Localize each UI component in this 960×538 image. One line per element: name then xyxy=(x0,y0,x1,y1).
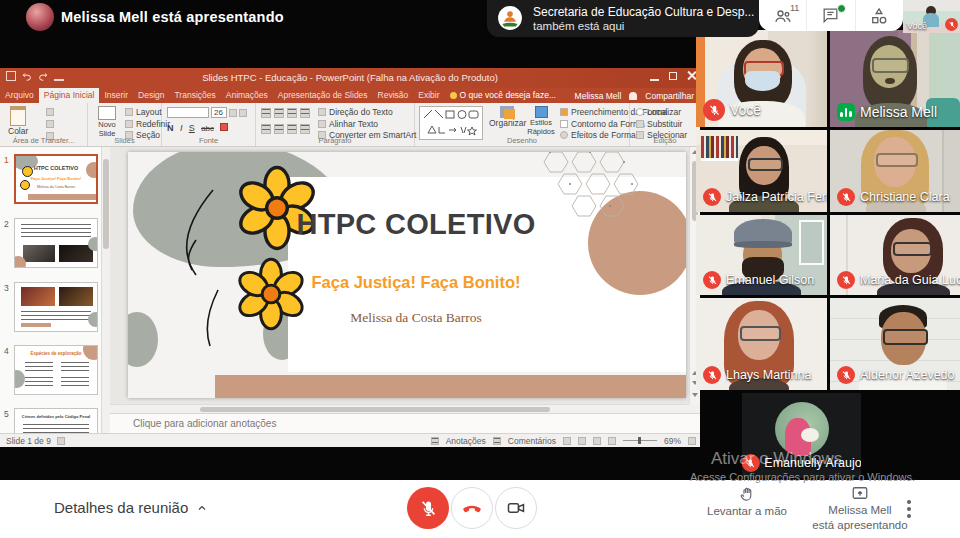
participant-name: Melissa Mell xyxy=(860,104,937,120)
tab-revisao[interactable]: Revisão xyxy=(373,88,414,103)
meet-window: Melissa Mell está apresentando Slides HT… xyxy=(0,0,960,538)
more-options-button[interactable] xyxy=(900,497,918,521)
align-left-icon[interactable] xyxy=(261,124,271,134)
fit-to-window-icon[interactable] xyxy=(688,437,696,445)
windows-activation-watermark-line2: Acesse Configurações para ativar o Windo… xyxy=(690,471,915,483)
window-controls[interactable] xyxy=(650,71,696,81)
text-direction-button[interactable]: Direção do Texto xyxy=(318,107,416,117)
secretaria-logo-icon xyxy=(497,5,523,31)
paste-button[interactable]: Colar xyxy=(8,106,28,136)
share-button[interactable]: Compartilhar xyxy=(645,91,694,101)
comments-toggle[interactable]: Comentários xyxy=(508,436,556,446)
font-size-input[interactable]: 26 xyxy=(211,107,227,118)
new-slide-button[interactable]: Novo Slide xyxy=(90,106,124,138)
cut-icon[interactable] xyxy=(46,108,54,116)
bullets-icon[interactable] xyxy=(261,108,271,118)
font-color-icon[interactable] xyxy=(220,123,228,131)
zoom-level[interactable]: 69% xyxy=(664,436,681,446)
normal-view-icon[interactable] xyxy=(563,437,571,445)
participant-tile-maria[interactable]: Maria da Guia Luce... xyxy=(830,215,960,295)
group-paragraph: Direção do Texto Alinhar Texto Converter… xyxy=(256,103,415,146)
group-clipboard: Colar Área de Transfer... xyxy=(0,103,88,146)
reading-view-icon[interactable] xyxy=(593,437,601,445)
slide-thumbnail-5[interactable]: Crimes definidos pelo Código Penal xyxy=(14,408,98,433)
notes-pane[interactable]: Clique para adicionar anotações xyxy=(110,413,700,433)
slide-thumbnail-1[interactable]: HTPC COLETIVO Faça Justiça! Faça Bonito!… xyxy=(14,154,98,204)
restore-icon[interactable] xyxy=(669,72,677,80)
meeting-details-button[interactable]: Detalhes da reunião xyxy=(54,499,208,516)
italic-icon[interactable]: I xyxy=(180,123,183,133)
slide-sorter-view-icon[interactable] xyxy=(578,437,586,445)
thumbnail-scrollbar[interactable] xyxy=(101,147,110,433)
raise-hand-button[interactable]: Levantar a mão xyxy=(702,486,792,518)
bold-icon[interactable]: N xyxy=(167,123,174,133)
indent-icon[interactable] xyxy=(287,108,297,118)
align-right-icon[interactable] xyxy=(287,124,297,134)
notes-toggle[interactable]: Anotações xyxy=(446,436,486,446)
slide-title[interactable]: HTPC COLETIVO xyxy=(288,208,544,241)
replace-button[interactable]: Substituir xyxy=(636,119,687,129)
align-center-icon[interactable] xyxy=(274,124,284,134)
participant-name: Você xyxy=(730,102,761,118)
participant-tile-melissa[interactable]: Melissa Mell xyxy=(830,30,960,127)
hang-up-button[interactable] xyxy=(451,487,493,529)
slide-thumbnail-4[interactable]: Espécies de exploração xyxy=(14,345,98,395)
slide-author[interactable]: Melissa da Costa Barros xyxy=(288,310,544,326)
camera-toggle-button[interactable] xyxy=(495,487,537,529)
chat-button[interactable] xyxy=(806,0,854,31)
slide-thumbnail-3[interactable] xyxy=(14,282,98,332)
tab-apresentacao-de-slides[interactable]: Apresentação de Slides xyxy=(273,88,373,103)
slide-canvas[interactable]: HTPC COLETIVO Faça Justiça! Faça Bonito!… xyxy=(128,152,686,398)
participant-tile-jailza[interactable]: Jailza Patrícia Fern... xyxy=(696,130,827,212)
slide-thumbnail-2[interactable] xyxy=(14,218,98,268)
zoom-slider[interactable] xyxy=(623,440,657,441)
mic-muted-icon xyxy=(837,271,855,289)
activities-icon xyxy=(869,6,889,26)
self-view-pip[interactable]: Você xyxy=(903,0,960,33)
slide-horizontal-scrollbar[interactable] xyxy=(110,404,689,413)
align-text-button[interactable]: Alinhar Texto xyxy=(318,119,416,129)
hexagon-pattern xyxy=(536,152,656,220)
participants-count: 11 xyxy=(790,3,799,13)
group-editing: Localizar Substituir Selecionar Edição xyxy=(630,103,700,146)
account-name[interactable]: Melissa Mell xyxy=(575,91,622,101)
tab-exibir[interactable]: Exibir xyxy=(413,88,444,103)
line-spacing-icon[interactable] xyxy=(300,108,310,118)
participants-button[interactable]: 11 xyxy=(759,0,806,31)
participant-tile-aldenor[interactable]: Aldenor Azevedo xyxy=(830,298,960,390)
slide-subtitle[interactable]: Faça Justiça! Faça Bonito! xyxy=(278,273,554,292)
participant-tile-lhays[interactable]: Lhays Martinna xyxy=(696,298,827,390)
presenter-avatar xyxy=(26,3,54,31)
participant-tile-christiane[interactable]: Christiane Clara xyxy=(830,130,960,212)
numbering-icon[interactable] xyxy=(274,108,284,118)
tab-inserir[interactable]: Inserir xyxy=(99,88,133,103)
activities-button[interactable] xyxy=(855,0,903,31)
tab-animacoes[interactable]: Animações xyxy=(221,88,273,103)
camera-icon xyxy=(506,498,526,518)
tab-pagina-inicial[interactable]: Página Inicial xyxy=(39,88,100,103)
minimize-icon[interactable] xyxy=(650,79,659,81)
copy-icon[interactable] xyxy=(46,120,54,128)
strikethrough-icon[interactable]: abc xyxy=(201,124,214,133)
slideshow-view-icon[interactable] xyxy=(608,437,616,445)
participant-tile-voce[interactable]: Você xyxy=(696,30,827,127)
shrink-font-icon[interactable] xyxy=(239,109,247,117)
arrange-button[interactable]: Organizar xyxy=(489,106,525,128)
underline-icon[interactable]: S xyxy=(189,123,195,133)
chat-notification-dot xyxy=(837,4,846,13)
tab-design[interactable]: Design xyxy=(133,88,169,103)
mic-toggle-button[interactable] xyxy=(407,487,449,529)
font-name-input[interactable] xyxy=(167,107,209,118)
tab-transicoes[interactable]: Transições xyxy=(169,88,220,103)
close-icon[interactable] xyxy=(687,71,696,80)
spellcheck-icon[interactable] xyxy=(57,437,65,445)
grow-font-icon[interactable] xyxy=(229,109,237,117)
tell-me-box[interactable]: O que você deseja faze... xyxy=(445,88,561,103)
participant-tile-emanuel[interactable]: Emanuel Gilson xyxy=(696,215,827,295)
find-button[interactable]: Localizar xyxy=(636,107,687,117)
shapes-gallery[interactable] xyxy=(419,106,483,140)
justify-icon[interactable] xyxy=(300,124,310,134)
participant-name: Christiane Clara xyxy=(860,190,950,204)
tab-arquivo[interactable]: Arquivo xyxy=(0,88,39,103)
quick-styles-button[interactable]: Estilos Rápidos xyxy=(525,106,557,136)
